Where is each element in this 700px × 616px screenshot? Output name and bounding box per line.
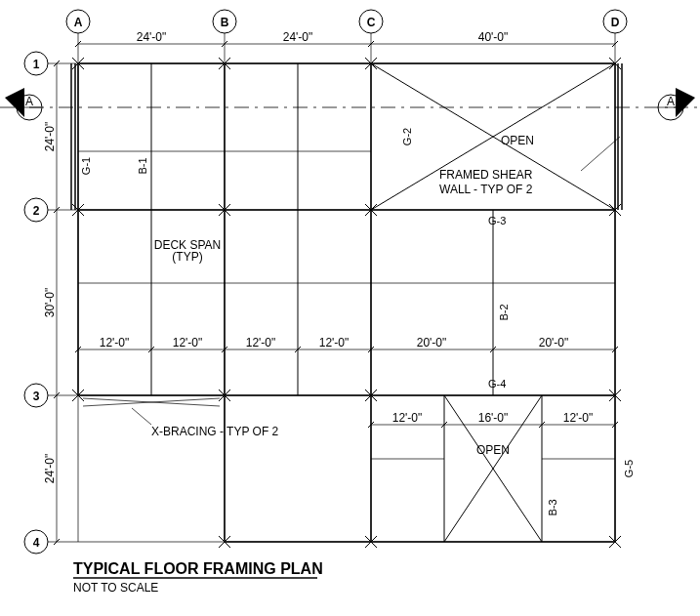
leader-xbrace <box>132 408 151 425</box>
svg-text:3: 3 <box>33 390 40 403</box>
svg-text:A: A <box>74 16 83 29</box>
label-G2: G-2 <box>401 128 413 145</box>
svg-text:20'-0": 20'-0" <box>417 336 447 349</box>
svg-text:A: A <box>25 95 33 108</box>
svg-text:40'-0": 40'-0" <box>478 30 509 44</box>
svg-text:A: A <box>667 95 675 108</box>
svg-text:C: C <box>367 16 376 29</box>
svg-text:B: B <box>221 16 229 29</box>
note-deck-span-l2: (TYP) <box>172 250 202 264</box>
section-mark-right: A <box>658 88 695 120</box>
svg-text:24'-0": 24'-0" <box>43 454 57 484</box>
svg-text:12'-0": 12'-0" <box>246 336 276 349</box>
shear-wall-A <box>71 63 75 210</box>
svg-line-87 <box>581 137 620 171</box>
svg-text:12'-0": 12'-0" <box>563 411 594 425</box>
svg-text:4: 4 <box>33 536 40 550</box>
svg-text:12'-0": 12'-0" <box>173 336 203 349</box>
svg-text:30'-0": 30'-0" <box>43 288 57 318</box>
note-shear-wall-l1: FRAMED SHEAR <box>439 168 533 182</box>
drawing-title: TYPICAL FLOOR FRAMING PLAN <box>73 560 323 577</box>
framing-plan-drawing: A B C D 1 2 3 4 24'-0" 24'-0" 40'-0" <box>0 0 700 616</box>
svg-text:OPEN: OPEN <box>501 134 534 147</box>
svg-text:12'-0": 12'-0" <box>392 411 423 425</box>
svg-text:OPEN: OPEN <box>476 443 510 457</box>
svg-text:1: 1 <box>33 58 40 71</box>
label-B3: B-3 <box>547 499 558 515</box>
svg-text:2: 2 <box>33 204 40 218</box>
drawing-subtitle: NOT TO SCALE <box>73 581 158 595</box>
label-G5: G-5 <box>623 460 635 477</box>
label-G3: G-3 <box>488 215 506 226</box>
svg-text:24'-0": 24'-0" <box>43 122 57 152</box>
svg-text:24'-0": 24'-0" <box>283 30 313 44</box>
label-G1: G-1 <box>80 157 92 175</box>
dim-top: 24'-0" 24'-0" 40'-0" <box>75 30 618 47</box>
svg-marker-35 <box>5 88 24 117</box>
x-bracing-symbol <box>83 398 220 406</box>
svg-text:D: D <box>611 16 620 29</box>
label-B2: B-2 <box>498 304 510 320</box>
label-G4: G-4 <box>488 378 506 390</box>
note-shear-wall-l2: WALL - TYP OF 2 <box>439 183 533 196</box>
svg-text:12'-0": 12'-0" <box>100 336 130 349</box>
svg-text:12'-0": 12'-0" <box>319 336 350 349</box>
svg-text:20'-0": 20'-0" <box>539 336 569 349</box>
svg-marker-39 <box>676 88 695 117</box>
dim-left: 24'-0" 30'-0" 24'-0" <box>43 61 60 545</box>
section-mark-left: A <box>5 88 42 120</box>
svg-text:24'-0": 24'-0" <box>137 30 167 44</box>
svg-text:16'-0": 16'-0" <box>478 411 509 425</box>
label-B1: B-1 <box>137 157 148 174</box>
note-xbrace: X-BRACING - TYP OF 2 <box>151 425 279 438</box>
